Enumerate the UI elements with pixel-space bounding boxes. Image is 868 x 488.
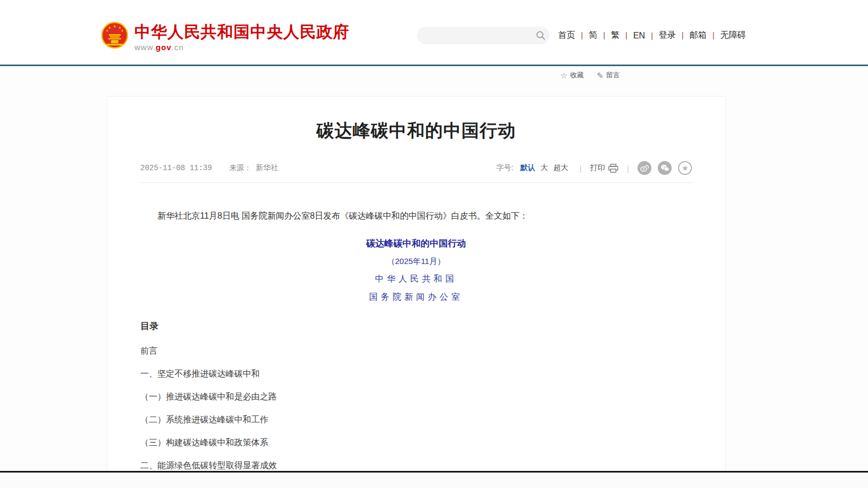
toc-heading: 目录 <box>140 320 692 332</box>
nav-login[interactable]: 登录 <box>659 30 690 41</box>
bottom-window-edge <box>0 471 868 473</box>
article-meta-left: 2025-11-08 11:39 来源： 新华社 <box>140 163 278 173</box>
site-header: 中华人民共和国中央人民政府 www.gov.cn 首页 简 繁 EN 登录 邮箱… <box>0 0 868 65</box>
site-url-domain: gov <box>156 43 172 52</box>
toc-item-section1-3: （三）构建碳达峰碳中和政策体系 <box>140 438 692 447</box>
font-size-label: 字号: <box>496 163 513 173</box>
toolbar-separator: | <box>579 164 582 173</box>
site-url: www.gov.cn <box>134 43 349 52</box>
favorite-button[interactable]: ☆ 收藏 <box>560 70 584 80</box>
article-title: 碳达峰碳中和的中国行动 <box>107 119 725 143</box>
document-title: 碳达峰碳中和的中国行动 <box>140 237 692 250</box>
message-button[interactable]: ✎ 留言 <box>596 70 620 80</box>
search-icon[interactable] <box>531 27 550 44</box>
article-date: 2025-11-08 11:39 <box>140 164 212 172</box>
site-url-suffix: .cn <box>172 43 184 52</box>
font-size-default[interactable]: 默认 <box>520 163 535 173</box>
lead-paragraph: 新华社北京11月8日电 国务院新闻办公室8日发布《碳达峰碳中和的中国行动》白皮书… <box>140 210 692 222</box>
printer-icon <box>608 164 618 173</box>
nav-simplified[interactable]: 简 <box>589 30 611 41</box>
toc-item-section1-2: （二）系统推进碳达峰碳中和工作 <box>140 415 692 424</box>
document-date: （2025年11月） <box>140 257 692 267</box>
source-label: 来源： <box>229 163 251 173</box>
toc-item-section1: 一、坚定不移推进碳达峰碳中和 <box>140 370 692 378</box>
quick-actions: ☆ 收藏 ✎ 留言 <box>560 70 620 80</box>
print-button[interactable]: 打印 <box>590 163 618 173</box>
site-url-prefix: www. <box>134 43 156 52</box>
print-label: 打印 <box>590 163 605 173</box>
nav-english[interactable]: EN <box>633 31 659 41</box>
nav-mail[interactable]: 邮箱 <box>689 30 720 41</box>
font-size-xlarge[interactable]: 超大 <box>553 163 568 173</box>
toolbar-separator: | <box>627 164 629 173</box>
article-card: 碳达峰碳中和的中国行动 2025-11-08 11:39 来源： 新华社 字号:… <box>107 96 726 488</box>
bottom-strip <box>0 473 868 488</box>
more-share-icon[interactable]: ★ <box>678 161 692 175</box>
message-label: 留言 <box>606 70 620 80</box>
favorite-label: 收藏 <box>570 70 584 80</box>
search-bar <box>417 27 550 44</box>
nav-home[interactable]: 首页 <box>558 30 589 41</box>
pencil-icon: ✎ <box>596 71 603 79</box>
source-value[interactable]: 新华社 <box>256 163 278 173</box>
article-meta-toolbar: 字号: 默认 大 超大 | 打印 | <box>496 161 692 175</box>
meta-divider <box>140 182 692 183</box>
toc-item-preface: 前言 <box>140 347 692 355</box>
star-icon: ☆ <box>560 71 567 79</box>
article-meta-row: 2025-11-08 11:39 来源： 新华社 字号: 默认 大 超大 | 打… <box>107 161 725 175</box>
nav-accessibility[interactable]: 无障碍 <box>720 30 746 41</box>
share-icons: ★ <box>638 161 692 175</box>
document-org-line1: 中华人民共和国 <box>140 274 692 285</box>
header-divider <box>0 65 868 66</box>
top-navigation: 首页 简 繁 EN 登录 邮箱 无障碍 <box>558 30 746 41</box>
toc-item-section1-1: （一）推进碳达峰碳中和是必由之路 <box>140 393 692 401</box>
site-identity: 中华人民共和国中央人民政府 www.gov.cn <box>134 23 349 52</box>
search-input[interactable] <box>417 27 531 44</box>
wechat-share-icon[interactable] <box>658 161 672 175</box>
national-emblem-logo <box>101 21 128 49</box>
font-size-large[interactable]: 大 <box>540 163 548 173</box>
site-title: 中华人民共和国中央人民政府 <box>134 23 349 41</box>
weibo-share-icon[interactable] <box>638 161 651 175</box>
toc-item-section2: 二、能源绿色低碳转型取得显著成效 <box>140 461 692 470</box>
article-body: 新华社北京11月8日电 国务院新闻办公室8日发布《碳达峰碳中和的中国行动》白皮书… <box>107 210 725 488</box>
nav-traditional[interactable]: 繁 <box>611 30 633 41</box>
document-org-line2: 国务院新闻办公室 <box>140 292 692 303</box>
